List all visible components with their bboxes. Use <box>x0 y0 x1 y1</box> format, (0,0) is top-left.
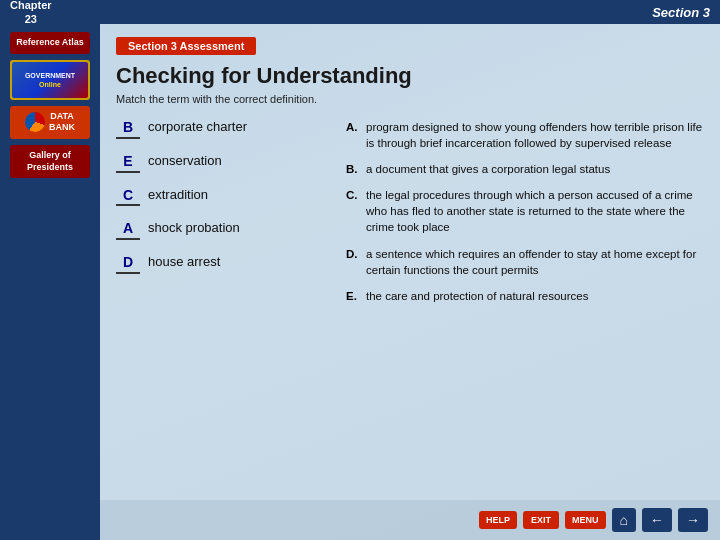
def-item-e: E. the care and protection of natural re… <box>346 288 704 304</box>
def-text-d: a sentence which requires an offender to… <box>366 246 704 278</box>
subtitle: Match the term with the correct definiti… <box>116 93 704 105</box>
sidebar-item-gallery-presidents[interactable]: Gallery ofPresidents <box>10 145 90 178</box>
def-text-e: the care and protection of natural resou… <box>366 288 588 304</box>
government-online-logo: GOVERNMENTOnline <box>12 62 88 98</box>
def-letter-b: B. <box>346 161 360 177</box>
answer-5: D <box>116 254 140 274</box>
help-button[interactable]: HELP <box>479 511 517 529</box>
menu-button[interactable]: MENU <box>565 511 606 529</box>
def-item-b: B. a document that gives a corporation l… <box>346 161 704 177</box>
def-text-b: a document that gives a corporation lega… <box>366 161 610 177</box>
exit-button[interactable]: EXIT <box>523 511 559 529</box>
answer-1: B <box>116 119 140 139</box>
sidebar-item-reference-atlas[interactable]: Reference Atlas <box>10 32 90 54</box>
match-item-3: C extradition <box>116 187 326 207</box>
sidebar-item-government-online[interactable]: GOVERNMENTOnline <box>10 60 90 100</box>
term-1: corporate charter <box>148 119 247 136</box>
nav-forward-button[interactable]: → <box>678 508 708 532</box>
match-list: B corporate charter E conservation C ext… <box>116 119 326 314</box>
match-item-2: E conservation <box>116 153 326 173</box>
nav-back-button[interactable]: ← <box>642 508 672 532</box>
definitions-list: A. program designed to show young offend… <box>346 119 704 314</box>
bottom-nav-bar: HELP EXIT MENU ⌂ ← → <box>100 500 720 540</box>
def-text-c: the legal procedures through which a per… <box>366 187 704 235</box>
nav-home-button[interactable]: ⌂ <box>612 508 636 532</box>
main-content: Section 3 Assessment Checking for Unders… <box>100 24 720 540</box>
assessment-banner: Section 3 Assessment <box>116 37 256 55</box>
def-item-c: C. the legal procedures through which a … <box>346 187 704 235</box>
data-bank-icon <box>25 112 45 132</box>
def-letter-d: D. <box>346 246 360 278</box>
term-5: house arrest <box>148 254 220 271</box>
chapter-label: Chapter 23 <box>0 0 62 28</box>
def-item-a: A. program designed to show young offend… <box>346 119 704 151</box>
def-letter-c: C. <box>346 187 360 235</box>
page-title: Checking for Understanding <box>116 63 704 89</box>
sidebar: Reference Atlas GOVERNMENTOnline DATABAN… <box>0 24 100 540</box>
def-letter-a: A. <box>346 119 360 151</box>
match-item-5: D house arrest <box>116 254 326 274</box>
answer-2: E <box>116 153 140 173</box>
content-columns: B corporate charter E conservation C ext… <box>116 119 704 314</box>
term-3: extradition <box>148 187 208 204</box>
match-item-1: B corporate charter <box>116 119 326 139</box>
def-letter-e: E. <box>346 288 360 304</box>
term-2: conservation <box>148 153 222 170</box>
answer-3: C <box>116 187 140 207</box>
def-item-d: D. a sentence which requires an offender… <box>346 246 704 278</box>
sidebar-item-data-bank[interactable]: DATABANK <box>10 106 90 139</box>
top-bar: Chapter 23 Section 3 <box>0 0 720 24</box>
term-4: shock probation <box>148 220 240 237</box>
answer-4: A <box>116 220 140 240</box>
section-label: Section 3 <box>652 5 710 20</box>
match-item-4: A shock probation <box>116 220 326 240</box>
def-text-a: program designed to show young offenders… <box>366 119 704 151</box>
